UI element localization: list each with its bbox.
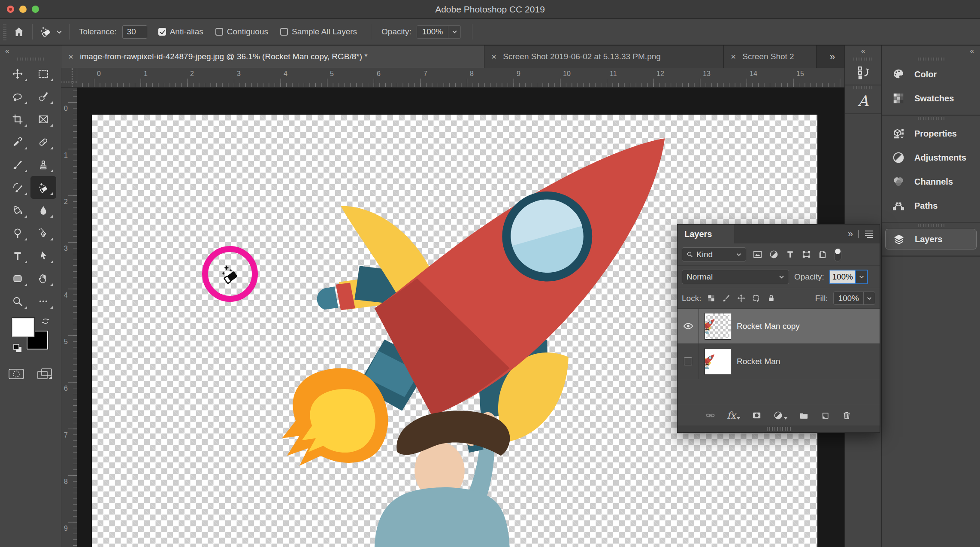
tool-eyedropper[interactable]	[5, 131, 30, 153]
sample-all-layers-checkbox[interactable]: Sample All Layers	[280, 27, 357, 36]
filter-pixel-layers-icon[interactable]	[753, 249, 762, 259]
panel-collapse-icon[interactable]: »	[848, 228, 852, 240]
tool-preset-button[interactable]	[39, 25, 62, 39]
screen-mode-button[interactable]	[36, 368, 53, 382]
tool-clone-stamp[interactable]	[30, 153, 56, 176]
tool-brush[interactable]	[5, 153, 30, 176]
tool-edit-toolbar[interactable]	[30, 290, 56, 313]
add-layer-mask-icon[interactable]	[752, 410, 762, 420]
panel-resize-grip[interactable]	[678, 425, 880, 432]
layer-row[interactable]: Rocket Man	[678, 344, 880, 379]
layer-style-button[interactable]: fx	[727, 411, 740, 420]
contiguous-checkbox[interactable]: Contiguous	[215, 27, 268, 36]
ruler-origin[interactable]	[61, 68, 77, 88]
tool-rectangular-marquee[interactable]	[30, 62, 56, 85]
panel-grip-icon[interactable]	[918, 117, 944, 120]
tool-paint-bucket[interactable]	[5, 199, 30, 222]
dock-item-swatches[interactable]: Swatches	[882, 86, 980, 110]
history-panel-button[interactable]	[845, 65, 881, 79]
close-tab-icon[interactable]: ×	[68, 52, 73, 62]
filter-kind-dropdown[interactable]: Kind	[682, 247, 746, 261]
swap-colors-icon[interactable]	[41, 317, 50, 327]
home-button[interactable]	[12, 25, 25, 38]
close-window-button[interactable]	[7, 6, 14, 13]
default-colors-icon[interactable]	[13, 343, 23, 356]
dock-item-properties[interactable]: Properties	[882, 122, 980, 146]
filter-smart-objects-icon[interactable]	[818, 249, 828, 259]
quick-mask-button[interactable]	[8, 368, 25, 382]
vertical-ruler[interactable]: 0 1 2 3 4 5 6 7 8 9	[61, 88, 77, 547]
blend-mode-dropdown[interactable]: Normal	[682, 270, 789, 284]
lock-transparency-icon[interactable]	[707, 294, 716, 303]
filter-adjustment-layers-icon[interactable]	[769, 249, 779, 259]
collapse-dock-icon[interactable]: «	[970, 47, 974, 55]
tool-type[interactable]	[5, 244, 30, 267]
layer-opacity-field[interactable]: 100%	[829, 270, 868, 284]
new-group-icon[interactable]	[799, 410, 809, 420]
tool-blur[interactable]	[30, 199, 56, 222]
layer-name[interactable]: Rocket Man copy	[737, 322, 800, 331]
tab-overflow-button[interactable]: »	[820, 46, 844, 68]
tolerance-input[interactable]: 30	[122, 25, 147, 39]
panel-grip-icon[interactable]	[853, 58, 873, 61]
layer-thumbnail[interactable]	[705, 313, 731, 340]
filter-type-layers-icon[interactable]	[785, 249, 795, 259]
new-adjustment-layer-button[interactable]	[773, 410, 787, 420]
dock-item-color[interactable]: Color	[882, 62, 980, 86]
filter-toggle-switch[interactable]	[834, 248, 841, 261]
lock-all-icon[interactable]	[767, 294, 776, 303]
fill-dropdown[interactable]: 100%	[833, 292, 875, 305]
options-bar-grip-icon[interactable]	[3, 23, 6, 40]
panel-grip-icon[interactable]	[918, 58, 944, 61]
tool-rectangle-shape[interactable]	[5, 267, 30, 290]
foreground-color-swatch[interactable]	[12, 318, 34, 337]
layer-name[interactable]: Rocket Man	[737, 357, 780, 366]
lock-artboard-icon[interactable]	[752, 294, 761, 303]
layer-visibility-toggle[interactable]	[678, 344, 699, 379]
new-layer-icon[interactable]	[820, 410, 830, 420]
link-layers-icon[interactable]	[705, 410, 715, 420]
document-tab[interactable]: × Screen Shot 2	[724, 46, 817, 68]
layer-row[interactable]: Rocket Man copy	[678, 309, 880, 344]
collapse-dock-icon[interactable]: «	[861, 47, 865, 55]
anti-alias-checkbox[interactable]: Anti-alias	[158, 27, 203, 36]
opacity-dropdown[interactable]: 100%	[417, 25, 461, 39]
tool-spot-healing[interactable]	[30, 131, 56, 153]
delete-layer-icon[interactable]	[842, 410, 852, 420]
close-tab-icon[interactable]: ×	[491, 52, 496, 62]
filter-shape-layers-icon[interactable]	[802, 249, 811, 259]
dock-item-layers[interactable]: Layers	[885, 229, 977, 249]
horizontal-ruler[interactable]: 0 1 2 3 4 5 6 7 8 9 10 11 12 13 14 15	[77, 68, 844, 88]
tool-zoom[interactable]	[5, 290, 30, 313]
panel-menu-icon[interactable]	[864, 230, 874, 238]
document-tab[interactable]: × Screen Shot 2019-06-02 at 5.13.33 PM.p…	[484, 46, 724, 68]
tool-history-brush[interactable]	[5, 176, 30, 199]
zoom-window-button[interactable]	[32, 6, 39, 13]
toolbar-grip-icon[interactable]	[17, 58, 44, 61]
layers-panel-tab[interactable]: Layers	[678, 225, 734, 243]
tool-lasso[interactable]	[5, 85, 30, 108]
dock-item-adjustments[interactable]: Adjustments	[882, 146, 980, 170]
collapse-toolbar-icon[interactable]: «	[5, 47, 9, 55]
lock-pixels-icon[interactable]	[722, 294, 731, 303]
dock-item-channels[interactable]: Channels	[882, 170, 980, 194]
glyphs-panel-button[interactable]: A	[845, 94, 881, 108]
panel-grip-icon[interactable]	[853, 86, 873, 89]
panel-grip-icon[interactable]	[918, 224, 944, 227]
tool-frame[interactable]	[30, 108, 56, 131]
tool-pen[interactable]	[30, 222, 56, 244]
document-tab[interactable]: × image-from-rawpixel-id-424879-jpeg.jpg…	[61, 46, 484, 68]
tool-move[interactable]	[5, 62, 30, 85]
tool-crop[interactable]	[5, 108, 30, 131]
close-tab-icon[interactable]: ×	[731, 52, 736, 62]
tool-path-selection[interactable]	[30, 244, 56, 267]
tool-hand[interactable]	[30, 267, 56, 290]
lock-position-icon[interactable]	[737, 294, 746, 303]
layer-visibility-toggle[interactable]	[678, 309, 699, 343]
tool-quick-selection[interactable]	[30, 85, 56, 108]
layer-thumbnail[interactable]	[705, 348, 731, 375]
dock-item-paths[interactable]: Paths	[882, 194, 980, 218]
tool-dodge[interactable]	[5, 222, 30, 244]
tool-magic-eraser[interactable]	[30, 176, 56, 199]
minimize-window-button[interactable]	[19, 6, 27, 13]
